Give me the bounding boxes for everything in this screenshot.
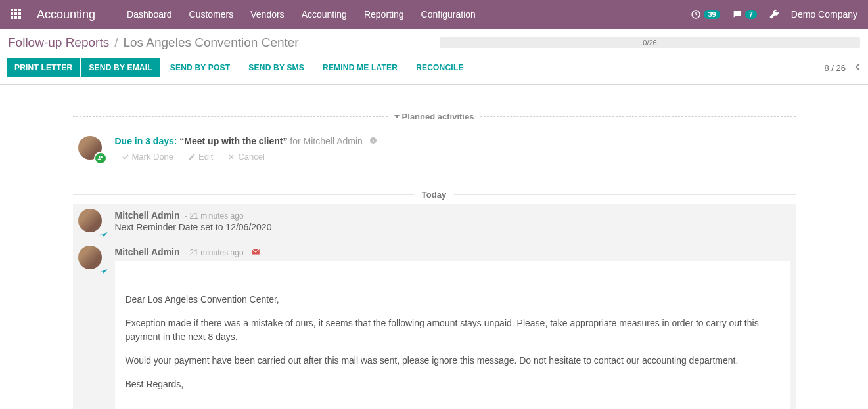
top-nav: Accounting Dashboard Customers Vendors A… bbox=[0, 0, 868, 29]
print-letter-button[interactable]: Print Letter bbox=[7, 58, 80, 77]
svg-rect-3 bbox=[373, 139, 373, 139]
messages-indicator[interactable]: 7 bbox=[732, 9, 757, 20]
letter-para-2: Would your payment have been carried out… bbox=[126, 354, 780, 367]
letter-para-1: Exception made if there was a mistake of… bbox=[126, 316, 780, 343]
reconcile-button[interactable]: Reconcile bbox=[407, 58, 472, 77]
menu-configuration[interactable]: Configuration bbox=[421, 9, 476, 20]
activity-avatar[interactable] bbox=[78, 136, 104, 162]
menu-customers[interactable]: Customers bbox=[189, 9, 234, 20]
planned-activities-label: Planned activities bbox=[402, 112, 474, 121]
menu-vendors[interactable]: Vendors bbox=[250, 9, 284, 20]
check-icon bbox=[122, 153, 129, 161]
developer-tools-icon[interactable] bbox=[769, 9, 779, 20]
today-label: Today bbox=[414, 190, 454, 200]
message-time: - 21 minutes ago bbox=[185, 248, 243, 257]
activity-for: for Mitchell Admin bbox=[290, 136, 362, 146]
today-separator: Today bbox=[73, 190, 796, 200]
breadcrumb-root[interactable]: Follow-up Reports bbox=[8, 35, 109, 50]
envelope-icon[interactable] bbox=[251, 248, 260, 257]
pager-text: 8 / 26 bbox=[824, 63, 846, 73]
letter-signoff: Best Regards, bbox=[126, 377, 780, 391]
activity-type-badge-icon bbox=[94, 152, 107, 165]
menu-dashboard[interactable]: Dashboard bbox=[127, 9, 172, 20]
breadcrumb-sep: / bbox=[114, 35, 118, 50]
send-post-button[interactable]: Send By Post bbox=[161, 58, 240, 77]
cancel-activity-button[interactable]: Cancel bbox=[227, 152, 264, 161]
clock-icon bbox=[691, 9, 701, 20]
message-avatar[interactable] bbox=[78, 246, 104, 272]
mark-done-button[interactable]: Mark Done bbox=[122, 152, 174, 161]
activities-count: 39 bbox=[704, 10, 720, 19]
breadcrumb-current: Los Angeles Convention Center bbox=[123, 35, 298, 50]
pager-prev-icon[interactable] bbox=[855, 62, 861, 74]
messages-count: 7 bbox=[745, 10, 757, 19]
main-menu: Dashboard Customers Vendors Accounting R… bbox=[127, 9, 691, 20]
log-message: Mitchell Admin - 21 minutes ago Next Rem… bbox=[73, 204, 796, 240]
out-of-office-icon bbox=[98, 228, 108, 239]
message-avatar[interactable] bbox=[78, 209, 104, 235]
activity-title: “Meet up with the client” bbox=[179, 136, 287, 146]
progress-bar: 0/26 bbox=[440, 37, 860, 48]
message-time: - 21 minutes ago bbox=[185, 211, 243, 221]
menu-reporting[interactable]: Reporting bbox=[364, 9, 404, 20]
message-author[interactable]: Mitchell Admin bbox=[115, 210, 180, 221]
planned-activity: Due in 3 days: “Meet up with the client”… bbox=[73, 136, 796, 167]
company-switcher[interactable]: Demo Company bbox=[791, 9, 857, 20]
info-icon[interactable] bbox=[369, 136, 377, 146]
menu-accounting[interactable]: Accounting bbox=[302, 9, 347, 20]
message-author[interactable]: Mitchell Admin bbox=[115, 247, 180, 257]
app-brand[interactable]: Accounting bbox=[37, 8, 95, 22]
apps-menu-icon[interactable] bbox=[11, 9, 22, 20]
email-message: Mitchell Admin - 21 minutes ago Dear Los… bbox=[73, 240, 796, 409]
message-body: Next Reminder Date set to 12/06/2020 bbox=[115, 222, 790, 232]
close-icon bbox=[227, 153, 235, 161]
topnav-right: 39 7 Demo Company bbox=[691, 9, 857, 20]
chatter-content: . Planned activities Due in 3 days: “Mee… bbox=[73, 85, 796, 409]
edit-activity-button[interactable]: Edit bbox=[188, 152, 213, 161]
letter-greeting: Dear Los Angeles Convention Center, bbox=[126, 293, 780, 306]
svg-rect-2 bbox=[373, 140, 373, 142]
breadcrumb: Follow-up Reports / Los Angeles Conventi… bbox=[8, 35, 299, 50]
subheader: Follow-up Reports / Los Angeles Conventi… bbox=[0, 29, 868, 54]
pager: 8 / 26 bbox=[824, 62, 861, 74]
progress-text: 0/26 bbox=[643, 39, 656, 47]
send-sms-button[interactable]: Send By SMS bbox=[239, 58, 313, 77]
action-bar: Print Letter Send By Email Send By Post … bbox=[0, 54, 868, 85]
pencil-icon bbox=[188, 153, 196, 161]
activity-due: Due in 3 days: bbox=[115, 136, 177, 146]
comment-icon bbox=[732, 9, 742, 20]
out-of-office-icon bbox=[98, 265, 108, 276]
activity-actions: Mark Done Edit Cancel bbox=[115, 152, 377, 161]
chatter-tabs-clipped: . bbox=[73, 85, 796, 91]
planned-activities-separator[interactable]: Planned activities bbox=[73, 112, 796, 121]
email-body: Dear Los Angeles Convention Center, Exce… bbox=[115, 261, 790, 409]
send-email-button[interactable]: Send By Email bbox=[81, 58, 160, 77]
activities-indicator[interactable]: 39 bbox=[691, 9, 720, 20]
remind-later-button[interactable]: Remind Me Later bbox=[313, 58, 407, 77]
caret-down-icon bbox=[394, 115, 400, 118]
